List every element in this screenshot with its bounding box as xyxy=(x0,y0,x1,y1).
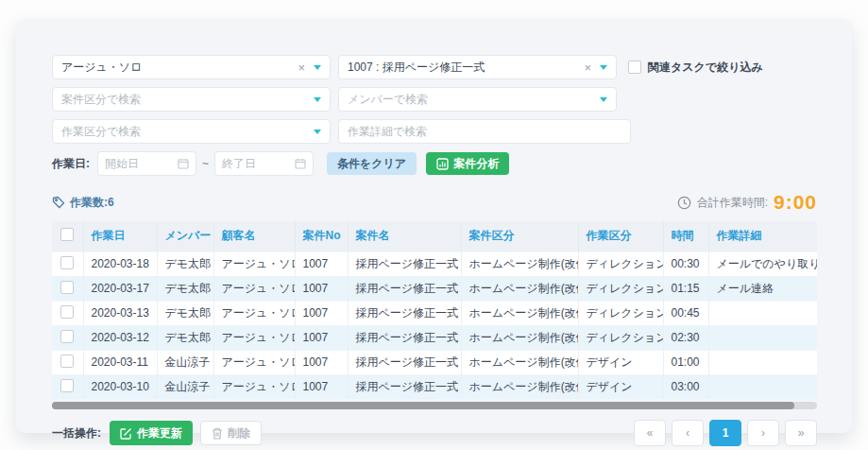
scrollbar-thumb[interactable] xyxy=(52,402,794,409)
col-header-customer: 顧客名 xyxy=(213,221,295,251)
table-row: 2020-03-18デモ太郎アージュ・ソロ1007採用ページ修正一式ホームページ… xyxy=(52,251,817,276)
table-cell: 採用ページ修正一式 xyxy=(348,325,461,350)
total-work-time: 合計作業時間: 9:00 xyxy=(677,191,817,214)
case-analysis-label: 案件分析 xyxy=(453,156,499,172)
related-task-checkbox[interactable] xyxy=(628,61,641,74)
case-category-placeholder: 案件区分で検索 xyxy=(61,92,141,108)
calendar-icon xyxy=(295,158,306,169)
table-cell: 03:00 xyxy=(663,374,708,399)
row-checkbox[interactable] xyxy=(60,305,74,319)
table-cell: デザイン xyxy=(578,374,663,399)
end-date-input[interactable]: 終了日 xyxy=(214,151,314,176)
table-cell: 採用ページ修正一式 xyxy=(348,251,461,276)
col-header-case-category: 案件区分 xyxy=(461,221,578,251)
table-body: 2020-03-18デモ太郎アージュ・ソロ1007採用ページ修正一式ホームページ… xyxy=(52,251,817,399)
trash-icon xyxy=(212,427,223,440)
table-cell: 2020-03-12 xyxy=(83,325,157,350)
col-header-case-no: 案件No xyxy=(295,221,348,251)
work-list-panel: アージュ・ソロ × 1007 : 採用ページ修正一式 × 関連タスクで絞り込み … xyxy=(16,19,852,433)
bulk-operation-label: 一括操作: xyxy=(52,425,101,441)
case-analysis-button[interactable]: 案件分析 xyxy=(426,152,509,175)
horizontal-scrollbar[interactable] xyxy=(52,402,817,409)
select-all-header xyxy=(52,221,83,251)
member-select[interactable]: メンバーで検索 xyxy=(338,87,617,112)
col-header-work-date: 作業日 xyxy=(83,221,157,251)
table-cell: アージュ・ソロ xyxy=(213,251,295,276)
delete-button[interactable]: 削除 xyxy=(200,421,262,445)
table-cell: 1007 xyxy=(295,276,348,301)
row-checkbox[interactable] xyxy=(60,330,74,343)
table-row: 2020-03-13デモ太郎アージュ・ソロ1007採用ページ修正一式ホームページ… xyxy=(52,301,817,325)
tag-icon xyxy=(52,196,65,209)
table-cell: アージュ・ソロ xyxy=(213,301,295,325)
end-date-placeholder: 終了日 xyxy=(222,156,256,172)
case-select[interactable]: 1007 : 採用ページ修正一式 × xyxy=(338,55,617,79)
row-checkbox[interactable] xyxy=(60,379,74,392)
table-row: 2020-03-17デモ太郎アージュ・ソロ1007採用ページ修正一式ホームページ… xyxy=(52,276,817,301)
table-cell: 1007 xyxy=(295,301,348,325)
table-cell: 1007 xyxy=(295,251,348,276)
table-cell: 1007 xyxy=(295,325,348,350)
filter-row-3: 作業区分で検索 作業詳細で検索 xyxy=(52,119,817,144)
summary-bar: 作業数:6 合計作業時間: 9:00 xyxy=(52,191,817,214)
table-cell: 00:45 xyxy=(663,301,708,325)
table-cell: ホームページ制作(改修) xyxy=(461,251,578,276)
table-header-row: 作業日 メンバー 顧客名 案件No 案件名 案件区分 作業区分 時間 作業詳細 xyxy=(52,221,817,251)
table-cell: デモ太郎 xyxy=(157,251,213,276)
table-cell xyxy=(708,374,817,399)
table-cell: ディレクション xyxy=(578,325,663,350)
start-date-placeholder: 開始日 xyxy=(105,156,139,172)
table-row: 2020-03-11金山涼子アージュ・ソロ1007採用ページ修正一式ホームページ… xyxy=(52,350,817,374)
row-checkbox[interactable] xyxy=(60,355,74,368)
customer-select-value: アージュ・ソロ xyxy=(61,60,142,76)
pagination: « ‹ 1 › » xyxy=(628,420,817,446)
bar-chart-icon xyxy=(436,158,449,170)
table-cell: 採用ページ修正一式 xyxy=(348,350,461,374)
table-cell: 1007 xyxy=(295,374,348,399)
table-cell: デモ太郎 xyxy=(157,325,213,350)
delete-label: 削除 xyxy=(228,425,250,441)
table-cell: 1007 xyxy=(295,350,348,374)
pagination-first-button[interactable]: « xyxy=(634,420,666,446)
table-cell: デザイン xyxy=(578,350,663,374)
select-all-checkbox[interactable] xyxy=(60,228,74,241)
pagination-prev-button[interactable]: ‹ xyxy=(672,420,704,446)
table-cell: 02:30 xyxy=(663,325,708,350)
clear-case-icon[interactable]: × xyxy=(584,61,591,75)
work-detail-input[interactable]: 作業詳細で検索 xyxy=(338,119,631,144)
table-cell: アージュ・ソロ xyxy=(213,276,295,301)
table-cell: ホームページ制作(改修) xyxy=(461,301,578,325)
chevron-down-icon xyxy=(314,130,321,134)
table-cell: メールでのやり取り xyxy=(708,251,817,276)
pagination-last-button[interactable]: » xyxy=(785,420,817,446)
row-checkbox[interactable] xyxy=(60,256,74,269)
chevron-down-icon xyxy=(600,65,607,70)
col-header-work-category: 作業区分 xyxy=(578,221,663,251)
table-cell: ディレクション xyxy=(578,251,663,276)
clear-conditions-button[interactable]: 条件をクリア xyxy=(327,152,417,175)
filter-row-2: 案件区分で検索 メンバーで検索 xyxy=(52,87,817,112)
work-table: 作業日 メンバー 顧客名 案件No 案件名 案件区分 作業区分 時間 作業詳細 … xyxy=(52,221,817,399)
row-checkbox-cell xyxy=(52,374,83,399)
pagination-page-1-button[interactable]: 1 xyxy=(709,420,741,446)
work-category-placeholder: 作業区分で検索 xyxy=(61,124,141,140)
table-cell xyxy=(708,325,817,350)
row-checkbox-cell xyxy=(52,251,83,276)
related-task-label: 関連タスクで絞り込み xyxy=(648,60,763,76)
clear-customer-icon[interactable]: × xyxy=(298,61,305,75)
work-date-label: 作業日: xyxy=(52,156,90,172)
table-cell: ディレクション xyxy=(578,276,663,301)
col-header-member: メンバー xyxy=(157,221,213,251)
customer-select[interactable]: アージュ・ソロ × xyxy=(52,55,331,79)
case-category-select[interactable]: 案件区分で検索 xyxy=(52,87,331,112)
work-update-button[interactable]: 作業更新 xyxy=(110,421,193,445)
work-category-select[interactable]: 作業区分で検索 xyxy=(52,119,331,144)
chevron-down-icon xyxy=(600,97,607,102)
start-date-input[interactable]: 開始日 xyxy=(97,151,196,176)
col-header-work-detail: 作業詳細 xyxy=(708,221,817,251)
table-cell: 01:00 xyxy=(663,350,708,374)
table-cell: 2020-03-13 xyxy=(83,301,157,325)
footer-bar: 一括操作: 作業更新 削除 « ‹ 1 › » xyxy=(52,420,817,446)
pagination-next-button[interactable]: › xyxy=(747,420,779,446)
row-checkbox[interactable] xyxy=(60,281,74,294)
